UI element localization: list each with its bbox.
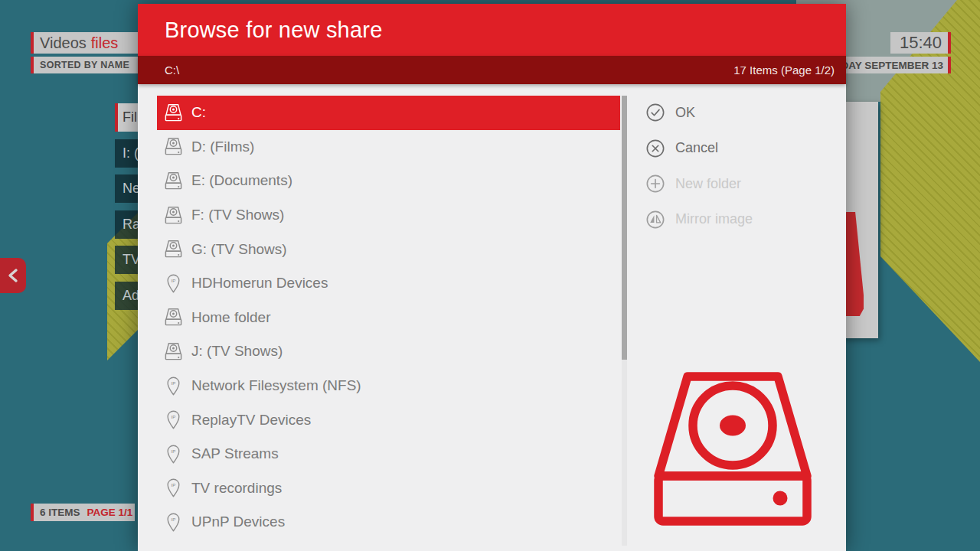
- list-item[interactable]: J: (TV Shows): [157, 334, 620, 369]
- list-item-label: Network Filesystem (NFS): [191, 377, 361, 394]
- ip-pin-icon: [163, 409, 184, 430]
- ip-pin-icon: [163, 512, 184, 533]
- list-item-label: C:: [191, 104, 206, 121]
- mirror-image-button[interactable]: Mirror image: [645, 202, 837, 238]
- scrollbar-thumb[interactable]: [622, 96, 627, 360]
- cancel-icon: [645, 139, 665, 158]
- list-item-label: ReplayTV Devices: [191, 412, 311, 429]
- button-label: New folder: [675, 176, 741, 192]
- ok-icon: [645, 103, 665, 122]
- hard-disk-icon: [163, 136, 184, 157]
- clock: 15:40: [890, 32, 951, 54]
- hard-disk-icon: [163, 239, 184, 259]
- list-item-label: D: (Films): [191, 139, 254, 155]
- list-item[interactable]: C:: [157, 96, 620, 130]
- background-menu-item-label: Ad: [122, 288, 139, 304]
- hard-disk-icon: [163, 103, 184, 123]
- list-item[interactable]: ReplayTV Devices: [157, 403, 620, 437]
- hard-disk-icon: [163, 171, 184, 191]
- dialog-header: Browse for new share: [138, 4, 846, 56]
- list-item[interactable]: D: (Films): [157, 130, 620, 165]
- background-menu-item-label: I: (: [122, 145, 139, 161]
- list-item[interactable]: Home folder: [157, 301, 620, 335]
- list-item[interactable]: F: (TV Shows): [157, 198, 620, 233]
- list-item[interactable]: Network Filesystem (NFS): [157, 369, 620, 403]
- list-item[interactable]: HDHomerun Devices: [157, 266, 620, 301]
- background-menu-item-label: Fil: [122, 109, 137, 126]
- list-item[interactable]: TV recordings: [157, 471, 620, 506]
- list-item-label: TV recordings: [191, 480, 282, 497]
- list-item[interactable]: G: (TV Shows): [157, 232, 620, 266]
- button-label: Mirror image: [675, 211, 753, 227]
- breadcrumb: C:\: [165, 64, 179, 77]
- ip-pin-icon: [163, 444, 184, 465]
- mirror-image-icon: [645, 210, 665, 230]
- share-list: C: D: (Films) E: (Documents) F: (TV Show…: [157, 96, 620, 540]
- hard-disk-preview-icon: [652, 370, 813, 527]
- browse-share-dialog: Browse for new share C:\ 17 Items (Page …: [138, 4, 846, 551]
- kodi-screen: Videos files SORTED BY NAME 15:40 RDAY S…: [0, 0, 980, 551]
- background-thumbnail-shape: [844, 212, 864, 316]
- list-item-label: HDHomerun Devices: [191, 275, 328, 292]
- sort-label: SORTED BY NAME: [31, 57, 145, 73]
- list-item-label: Home folder: [191, 309, 271, 326]
- page-title-secondary: files: [91, 34, 119, 52]
- item-count-label: 17 Items (Page 1/2): [733, 64, 835, 77]
- ok-button[interactable]: OK: [645, 95, 837, 131]
- cancel-button[interactable]: Cancel: [645, 131, 837, 167]
- list-item-label: F: (TV Shows): [191, 207, 284, 223]
- ip-pin-icon: [163, 376, 184, 396]
- background-thumbnail-card: [842, 102, 878, 338]
- page-title-primary: Videos: [40, 34, 87, 52]
- ip-pin-icon: [163, 478, 184, 498]
- list-item-label: UPnP Devices: [191, 514, 285, 530]
- ip-pin-icon: [163, 273, 184, 294]
- dialog-title: Browse for new share: [165, 18, 382, 43]
- collapse-panel-button[interactable]: [0, 258, 26, 293]
- button-label: Cancel: [675, 140, 718, 156]
- list-item-label: J: (TV Shows): [191, 343, 283, 360]
- chevron-left-icon: [7, 268, 19, 283]
- list-item-label: G: (TV Shows): [191, 241, 287, 258]
- list-item[interactable]: SAP Streams: [157, 437, 620, 471]
- hard-disk-icon: [163, 307, 184, 328]
- date-label: RDAY SEPTEMBER 13: [846, 57, 951, 73]
- hard-disk-icon: [163, 205, 184, 226]
- dialog-body: C: D: (Films) E: (Documents) F: (TV Show…: [138, 84, 846, 551]
- dialog-actions: OK Cancel New folder Mirror image: [645, 95, 837, 237]
- list-scrollbar[interactable]: [622, 96, 627, 546]
- new-folder-button[interactable]: New folder: [645, 166, 837, 202]
- list-item-label: E: (Documents): [191, 172, 292, 189]
- items-count: 6 ITEMS: [40, 507, 80, 518]
- path-bar: C:\ 17 Items (Page 1/2): [138, 56, 846, 84]
- list-item[interactable]: E: (Documents): [157, 164, 620, 198]
- pagination-footer: 6 ITEMS PAGE 1/1: [31, 504, 135, 521]
- hard-disk-icon: [163, 341, 184, 362]
- list-item-label: SAP Streams: [191, 445, 279, 462]
- page-title: Videos files: [31, 32, 145, 54]
- new-folder-icon: [645, 174, 665, 194]
- page-indicator: PAGE 1/1: [87, 507, 133, 518]
- button-label: OK: [675, 105, 695, 121]
- list-item[interactable]: UPnP Devices: [157, 505, 620, 540]
